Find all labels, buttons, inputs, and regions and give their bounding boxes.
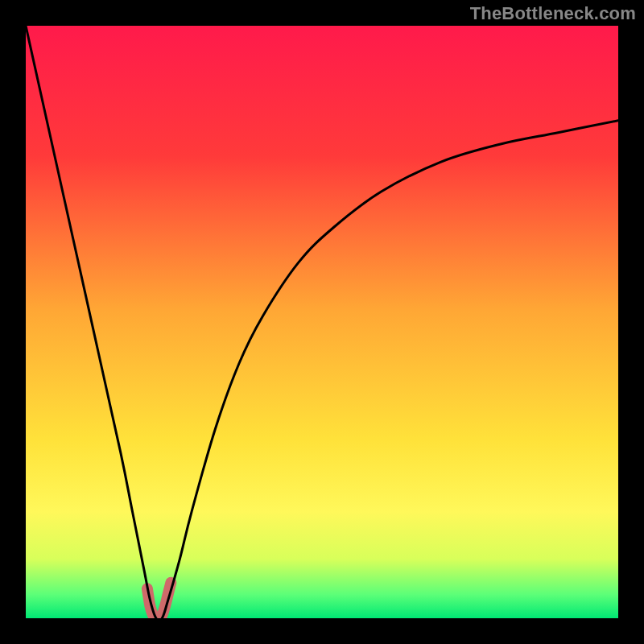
curve-layer [26,26,618,618]
plot-area [26,26,618,618]
bottleneck-curve [26,26,618,618]
chart-frame: TheBottleneck.com [0,0,644,644]
watermark-text: TheBottleneck.com [470,3,636,24]
